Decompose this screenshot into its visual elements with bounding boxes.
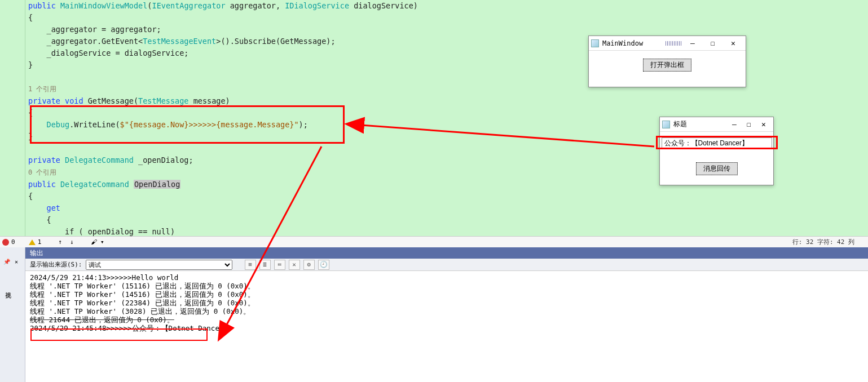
toolbar-btn-5[interactable]: ⚙ — [303, 260, 315, 270]
type-ieventaggregator: IEventAggregator — [152, 1, 226, 10]
cursor-position: 行: 32 字符: 42 列 — [792, 238, 854, 246]
maximize-button[interactable]: ☐ — [742, 118, 756, 131]
string-literal: $"{message.Now}>>>>>>{message.Message}" — [120, 120, 299, 129]
output-line: 线程 '.NET TP Worker' (3028) 已退出，返回值为 0 (0… — [30, 307, 250, 316]
txt: dialogService) — [349, 1, 418, 10]
output-line: 2024/5/29 21:45:48>>>>>>公众号：【Dotnet Danc… — [30, 324, 231, 332]
kw-void: void — [60, 96, 83, 105]
type-delegatecommand: DelegateCommand — [65, 156, 134, 165]
close-icon[interactable]: ✕ — [15, 259, 18, 265]
pin-icon[interactable]: 📌 — [3, 259, 10, 265]
codelens-ref1[interactable]: 1 个引用 — [28, 85, 56, 93]
output-title: 输出 — [25, 247, 868, 259]
txt: .WriteLine( — [69, 120, 120, 129]
warning-count: 1 — [38, 238, 42, 246]
up-arrow-icon[interactable]: ↑ — [58, 238, 62, 246]
output-body[interactable]: 2024/5/29 21:44:13>>>>>>Hello world 线程 '… — [25, 271, 868, 382]
txt: GetMessage( — [83, 96, 139, 105]
type-idialogservice: IDialogService — [285, 1, 349, 10]
dialog-textbox[interactable] — [662, 137, 772, 149]
toolbar-btn-6[interactable]: 🕘 — [318, 260, 329, 270]
window-icon — [591, 39, 599, 47]
send-message-button[interactable]: 消息回传 — [696, 162, 738, 175]
window-icon — [662, 121, 670, 128]
txt: _aggregator = aggregator; — [28, 25, 161, 34]
output-line: 线程 21644 已退出，返回值为 0 (0x0)。 — [30, 316, 174, 324]
warning-icon[interactable] — [29, 239, 36, 245]
open-dialog-button[interactable]: 打开弹出框 — [643, 59, 691, 72]
dialog-window[interactable]: 标题 — ☐ ✕ 消息回传 — [659, 117, 774, 185]
toolbar-btn-3[interactable]: ≔ — [274, 260, 285, 270]
minimize-button[interactable]: — — [682, 37, 703, 50]
grip-icon — [666, 41, 682, 46]
toolbar-btn-2[interactable]: ≣ — [259, 260, 271, 270]
kw-public: public — [28, 180, 56, 189]
txt: _aggregator.GetEvent< — [28, 37, 143, 46]
txt: { — [28, 13, 33, 22]
debug-class: Debug — [28, 120, 69, 129]
output-toolbar: 显示输出来源(S): 调试 ≡ ≣ ≔ ✕ ⚙ 🕘 — [25, 259, 868, 271]
output-line: 线程 '.NET TP Worker' (15116) 已退出，返回值为 0 (… — [30, 282, 255, 290]
output-panel: 输出 显示输出来源(S): 调试 ≡ ≣ ≔ ✕ ⚙ 🕘 2024/5/29 2… — [25, 247, 868, 382]
dialog-titlebar[interactable]: 标题 — ☐ ✕ — [660, 117, 773, 132]
property-opendialog: OpenDialog — [134, 180, 180, 189]
output-source-select[interactable]: 调试 — [86, 260, 232, 270]
toolbar-btn-4[interactable]: ✕ — [289, 260, 300, 270]
txt: } — [28, 60, 33, 69]
type-testmessage: TestMessage — [138, 96, 188, 105]
type-testmessageevent: TestMessageEvent — [143, 37, 216, 46]
minimize-button[interactable]: — — [727, 118, 742, 131]
close-button[interactable]: ✕ — [723, 37, 743, 50]
output-source-label: 显示输出来源(S): — [30, 260, 82, 269]
txt: { — [28, 192, 33, 201]
output-line: 线程 '.NET TP Worker' (14516) 已退出，返回值为 0 (… — [30, 290, 255, 299]
codelens-ref0[interactable]: 0 个引用 — [28, 168, 56, 176]
kw-public: public — [28, 1, 56, 10]
main-window-title: MainWindow — [602, 39, 643, 47]
txt: _openDialog; — [134, 156, 193, 165]
output-line: 线程 '.NET TP Worker' (22384) 已退出，返回值为 0 (… — [30, 299, 255, 307]
txt: ( — [147, 1, 152, 10]
txt: _dialogService = dialogService; — [28, 48, 188, 57]
error-count: 0 — [11, 238, 15, 246]
main-window[interactable]: MainWindow — ☐ ✕ 打开弹出框 — [588, 35, 746, 87]
editor-statusbar: 0 1 ↑ ↓ 🖌 ▾ 行: 32 字符: 42 列 — [0, 236, 868, 247]
ctor-name: MainWindowViewModel — [60, 1, 147, 10]
type-delegatecommand: DelegateCommand — [60, 180, 129, 189]
txt: aggregator, — [226, 1, 285, 10]
txt: if (_openDialog == null) — [28, 227, 175, 236]
error-icon[interactable] — [2, 239, 9, 246]
txt: message) — [189, 96, 230, 105]
close-button[interactable]: ✕ — [756, 118, 771, 131]
maximize-button[interactable]: ☐ — [703, 37, 723, 50]
txt: ); — [299, 120, 308, 129]
side-tool-tab[interactable]: 📌 ✕ 类视 — [0, 247, 25, 382]
main-window-titlebar[interactable]: MainWindow — ☐ ✕ — [589, 36, 746, 51]
kw-private: private — [28, 156, 60, 165]
txt: } — [28, 132, 33, 141]
kw-get: get — [28, 203, 60, 212]
code-gutter — [0, 0, 25, 236]
kw-private: private — [28, 96, 60, 105]
down-arrow-icon[interactable]: ↓ — [70, 238, 74, 246]
txt: { — [28, 108, 33, 117]
toolbar-btn-1[interactable]: ≡ — [245, 260, 256, 270]
txt: >().Subscribe(GetMessage); — [216, 37, 335, 46]
dialog-title: 标题 — [673, 119, 687, 129]
output-line: 2024/5/29 21:44:13>>>>>>Hello world — [30, 273, 178, 282]
txt: { — [28, 215, 51, 224]
brush-icon[interactable]: 🖌 ▾ — [91, 238, 104, 246]
